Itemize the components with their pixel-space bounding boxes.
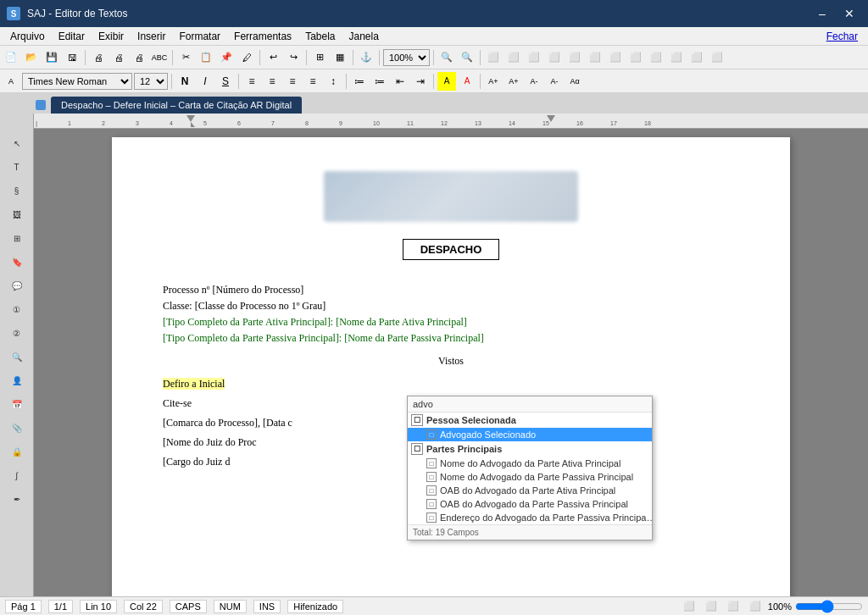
list-unordered[interactable]: ≔ (350, 72, 369, 91)
title-bar-left: S SAJ - Editor de Textos (7, 7, 128, 20)
status-icon4[interactable]: ⬜ (746, 597, 765, 616)
tb-more[interactable]: ⬜ (708, 48, 726, 67)
font-size-up1[interactable]: A+ (484, 72, 503, 91)
doc-processo: Processo nº [Número do Processo] (163, 284, 739, 296)
zoom-slider[interactable] (795, 600, 863, 613)
status-icon2[interactable]: ⬜ (702, 597, 721, 616)
menu-exibir[interactable]: Exibir (92, 29, 131, 44)
font-size-dn1[interactable]: A- (525, 72, 543, 91)
indent-inc[interactable]: ⇥ (411, 72, 430, 91)
size-select[interactable]: 12 (134, 73, 168, 90)
tb-extra7[interactable]: ⬜ (606, 48, 625, 67)
sb-bookmark[interactable]: 🔖 (5, 251, 29, 273)
status-line: Lin 10 (80, 600, 117, 613)
minimize-button[interactable]: – (810, 5, 834, 22)
font-select[interactable]: Times New Roman (22, 73, 132, 90)
sb-search[interactable]: 🔍 (5, 346, 29, 368)
tb-redo[interactable]: ↪ (284, 48, 303, 67)
tb-extra3[interactable]: ⬜ (525, 48, 543, 67)
autocomplete-item-2[interactable]: □ OAB do Advogado da Parte Ativa Princip… (408, 484, 652, 497)
font-size-up2[interactable]: A+ (504, 72, 523, 91)
list-ordered[interactable]: ≔ (370, 72, 389, 91)
tb-cut[interactable]: ✂ (176, 48, 195, 67)
tb-paste[interactable]: 📌 (217, 48, 236, 67)
tb-extra5[interactable]: ⬜ (565, 48, 584, 67)
sb-text[interactable]: T (5, 156, 29, 178)
sb-attach[interactable]: 📎 (5, 417, 29, 439)
tb-extra9[interactable]: ⬜ (647, 48, 665, 67)
autocomplete-item-4[interactable]: □ Endereço do Advogado da Parte Passiva … (408, 511, 652, 524)
autocomplete-item-advogado-selecionado[interactable]: □ Advogado Selecionado (408, 428, 652, 441)
align-center[interactable]: ≡ (263, 72, 281, 91)
tb-open[interactable]: 📂 (22, 48, 41, 67)
indent-dec[interactable]: ⇤ (391, 72, 409, 91)
sb-num2[interactable]: ② (5, 322, 29, 344)
menu-tabela[interactable]: Tabela (298, 29, 342, 44)
tb-table2[interactable]: ▦ (331, 48, 349, 67)
close-button[interactable]: ✕ (837, 5, 861, 22)
tb-styles[interactable]: A (2, 72, 20, 91)
sb-lock[interactable]: 🔒 (5, 440, 29, 463)
align-left[interactable]: ≡ (242, 72, 261, 91)
tb-extra8[interactable]: ⬜ (626, 48, 645, 67)
sb-cursor[interactable]: ↖ (5, 132, 29, 154)
tb-anchor[interactable]: ⚓ (357, 48, 376, 67)
autocomplete-item-3[interactable]: □ OAB do Advogado da Parte Passiva Princ… (408, 497, 652, 511)
sb-calendar[interactable]: 📅 (5, 393, 29, 415)
status-icon3[interactable]: ⬜ (724, 597, 743, 616)
autocomplete-item-0[interactable]: □ Nome do Advogado da Parte Ativa Princi… (408, 457, 652, 470)
menu-formatar[interactable]: Formatar (172, 29, 227, 44)
tb-undo[interactable]: ↩ (264, 48, 282, 67)
font-color[interactable]: A (458, 72, 476, 91)
tb-search1[interactable]: 🔍 (437, 48, 456, 67)
zoom-select[interactable]: 100% (383, 49, 430, 66)
status-icon1[interactable]: ⬜ (680, 597, 698, 616)
menu-ferramentas[interactable]: Ferramentas (227, 29, 298, 44)
tb-search2[interactable]: 🔍 (458, 48, 476, 67)
menu-editar[interactable]: Editar (52, 29, 92, 44)
bold-button[interactable]: N (175, 72, 194, 91)
tb-print[interactable]: 🖨 (89, 48, 108, 67)
menu-inserir[interactable]: Inserir (131, 29, 172, 44)
italic-button[interactable]: I (196, 72, 214, 91)
tb-extra10[interactable]: ⬜ (667, 48, 686, 67)
menu-arquivo[interactable]: Arquivo (3, 29, 52, 44)
tb-save[interactable]: 💾 (42, 48, 61, 67)
sb-image[interactable]: 🖼 (5, 203, 29, 225)
tb-format-paste[interactable]: 🖊 (237, 48, 256, 67)
tb-print2[interactable]: 🖨 (109, 48, 128, 67)
document-area[interactable]: DESPACHO Processo nº [Número do Processo… (34, 129, 868, 596)
sb-formula[interactable]: ∫ (5, 464, 29, 486)
tb-extra2[interactable]: ⬜ (504, 48, 523, 67)
sb-pen[interactable]: ✒ (5, 488, 29, 510)
tb-copy[interactable]: 📋 (197, 48, 215, 67)
font-caps[interactable]: Aα (565, 72, 584, 91)
sb-num1[interactable]: ① (5, 298, 29, 320)
item-icon-4: □ (426, 512, 437, 523)
document-tab[interactable]: Despacho – Defere Inicial – Carta de Cit… (51, 97, 302, 114)
underline-button[interactable]: S (216, 72, 235, 91)
sb-person[interactable]: 👤 (5, 369, 29, 391)
sb-section[interactable]: § (5, 180, 29, 202)
fechar-button[interactable]: Fechar (820, 29, 865, 44)
autocomplete-item-1[interactable]: □ Nome do Advogado da Parte Passiva Prin… (408, 470, 652, 484)
align-justify[interactable]: ≡ (303, 72, 322, 91)
sb-table[interactable]: ⊞ (5, 227, 29, 249)
status-col: Col 22 (124, 600, 163, 613)
tb-extra6[interactable]: ⬜ (586, 48, 604, 67)
tb-extra11[interactable]: ⬜ (687, 48, 706, 67)
svg-text:9: 9 (339, 120, 342, 126)
tb-extra1[interactable]: ⬜ (484, 48, 503, 67)
tb-new[interactable]: 📄 (2, 48, 20, 67)
sb-comment[interactable]: 💬 (5, 274, 29, 296)
line-spacing[interactable]: ↕ (324, 72, 342, 91)
tb-extra4[interactable]: ⬜ (545, 48, 564, 67)
highlight[interactable]: A (437, 72, 456, 91)
tb-save2[interactable]: 🖫 (63, 48, 81, 67)
align-right[interactable]: ≡ (283, 72, 302, 91)
tb-table[interactable]: ⊞ (310, 48, 329, 67)
menu-janela[interactable]: Janela (342, 29, 386, 44)
tb-spell[interactable]: ABC (150, 48, 169, 67)
font-size-dn2[interactable]: A- (545, 72, 564, 91)
tb-print3[interactable]: 🖨 (130, 48, 148, 67)
